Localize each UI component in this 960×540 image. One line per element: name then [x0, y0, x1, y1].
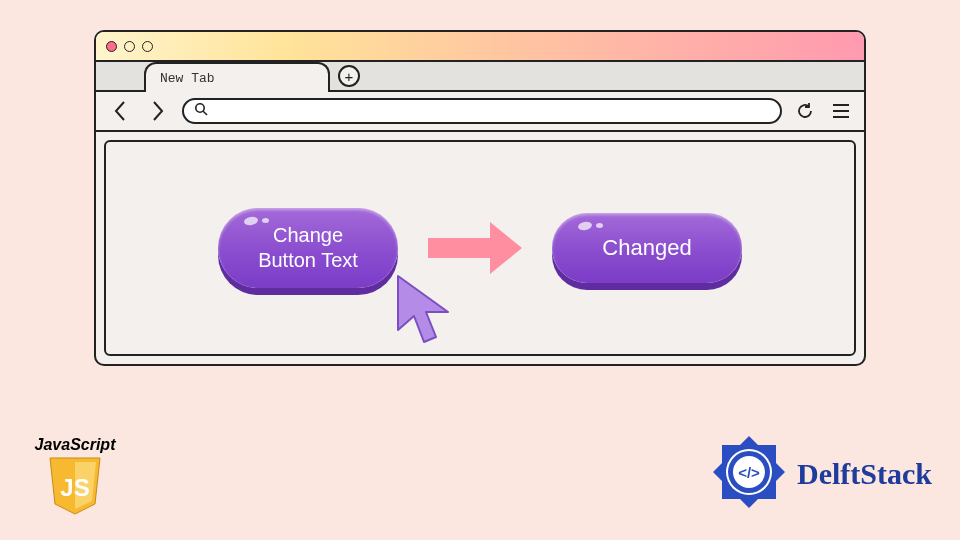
- toolbar: [96, 92, 864, 132]
- content-area: Change Button Text Changed: [104, 140, 856, 356]
- plus-icon: +: [345, 69, 354, 84]
- arrow-icon: [428, 222, 522, 274]
- search-icon: [194, 102, 208, 120]
- reload-button[interactable]: [792, 98, 818, 124]
- forward-button[interactable]: [144, 97, 172, 125]
- svg-point-0: [196, 104, 204, 112]
- delftstack-logo: </> DelftStack: [709, 432, 932, 516]
- back-button[interactable]: [106, 97, 134, 125]
- svg-text:JS: JS: [60, 474, 89, 501]
- window-title-bar: [96, 32, 864, 62]
- button-label: Change Button Text: [258, 223, 358, 273]
- minimize-window-icon[interactable]: [124, 41, 135, 52]
- highlight-icon: [243, 216, 258, 226]
- tab-strip: New Tab +: [96, 62, 864, 92]
- tab-label: New Tab: [160, 71, 215, 86]
- delftstack-emblem-icon: </>: [709, 432, 789, 516]
- js-shield-icon: JS: [46, 456, 104, 516]
- javascript-label: JavaScript: [30, 436, 120, 454]
- address-bar[interactable]: [182, 98, 782, 124]
- menu-button[interactable]: [828, 98, 854, 124]
- highlight-icon: [596, 223, 603, 228]
- browser-window: New Tab + Change Button Text: [94, 30, 866, 366]
- maximize-window-icon[interactable]: [142, 41, 153, 52]
- javascript-badge: JavaScript JS: [30, 436, 120, 516]
- viewport: Change Button Text Changed: [96, 132, 864, 364]
- change-text-button[interactable]: Change Button Text: [218, 208, 398, 288]
- button-label: Changed: [602, 234, 691, 262]
- new-tab-button[interactable]: +: [338, 65, 360, 87]
- highlight-icon: [577, 221, 592, 231]
- svg-text:</>: </>: [738, 464, 760, 481]
- cursor-icon: [388, 270, 464, 360]
- highlight-icon: [262, 218, 269, 223]
- svg-line-1: [203, 111, 207, 115]
- changed-button[interactable]: Changed: [552, 213, 742, 283]
- close-window-icon[interactable]: [106, 41, 117, 52]
- browser-tab[interactable]: New Tab: [144, 62, 330, 92]
- delftstack-text: DelftStack: [797, 457, 932, 491]
